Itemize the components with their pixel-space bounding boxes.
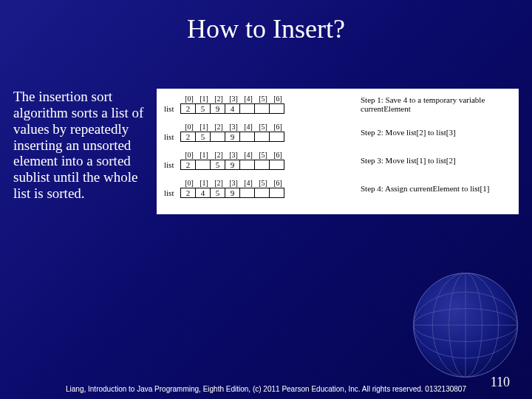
- array-cell: 2: [180, 188, 195, 198]
- diagram-step: [0][1][2][3][4][5][6]list259Step 3: Move…: [164, 151, 511, 170]
- array-cells: 259: [180, 160, 284, 170]
- step-description: Step 4: Assign currentElement to list[1]: [356, 184, 511, 193]
- array-cell: 5: [195, 103, 210, 114]
- array-cell: 2: [180, 103, 195, 114]
- array-cell: [239, 132, 254, 142]
- list-label: list: [164, 160, 180, 169]
- array-cell: 2: [180, 160, 195, 170]
- array-cells: 259: [180, 132, 284, 142]
- step-description: Step 1: Save 4 to a temporary variable c…: [356, 95, 511, 113]
- diagram-step: [0][1][2][3][4][5][6]list2459Step 4: Ass…: [164, 179, 511, 198]
- array-cell: [239, 188, 254, 198]
- insertion-diagram: [0][1][2][3][4][5][6]list2594Step 1: Sav…: [157, 89, 519, 214]
- step-description: Step 3: Move list[1] to list[2]: [356, 156, 511, 165]
- array-cell: [254, 132, 269, 142]
- description-text: The insertion sort algorithm sorts a lis…: [13, 89, 146, 214]
- array-cell: [269, 188, 284, 198]
- array-cell: [254, 160, 269, 170]
- diagram-step: [0][1][2][3][4][5][6]list2594Step 1: Sav…: [164, 95, 511, 114]
- content-area: The insertion sort algorithm sorts a lis…: [0, 89, 532, 214]
- list-label: list: [164, 132, 180, 141]
- array-cell: [254, 103, 269, 114]
- array-cell: 2: [180, 132, 195, 142]
- array-cell: 9: [210, 103, 225, 114]
- array-cells: 2594: [180, 103, 284, 114]
- array-cell: 5: [210, 160, 225, 170]
- array-cell: 9: [225, 160, 239, 170]
- globe-icon: [406, 266, 525, 384]
- array-cell: 4: [195, 188, 210, 198]
- footer-citation: Liang, Introduction to Java Programming,…: [0, 385, 532, 393]
- list-label: list: [164, 104, 180, 113]
- page-number: 110: [491, 375, 510, 390]
- array-cell: [269, 132, 284, 142]
- array-cell: 5: [195, 132, 210, 142]
- array-cells: 2459: [180, 188, 284, 198]
- array-cell: [210, 132, 225, 142]
- index-row: [0][1][2][3][4][5][6]: [182, 179, 356, 187]
- index-row: [0][1][2][3][4][5][6]: [182, 151, 356, 159]
- array-cell: 4: [225, 103, 239, 114]
- slide-title: How to Insert?: [0, 0, 532, 44]
- array-cell: [195, 160, 210, 170]
- index-row: [0][1][2][3][4][5][6]: [182, 95, 356, 103]
- array-cell: [239, 160, 254, 170]
- array-cell: 9: [225, 132, 239, 142]
- array-cell: [269, 160, 284, 170]
- array-cell: [269, 103, 284, 114]
- list-label: list: [164, 188, 180, 197]
- array-cell: [254, 188, 269, 198]
- array-cell: 9: [225, 188, 239, 198]
- step-description: Step 2: Move list[2] to list[3]: [356, 128, 511, 137]
- array-cell: [239, 103, 254, 114]
- array-cell: 5: [210, 188, 225, 198]
- index-row: [0][1][2][3][4][5][6]: [182, 123, 356, 131]
- diagram-step: [0][1][2][3][4][5][6]list259Step 2: Move…: [164, 123, 511, 142]
